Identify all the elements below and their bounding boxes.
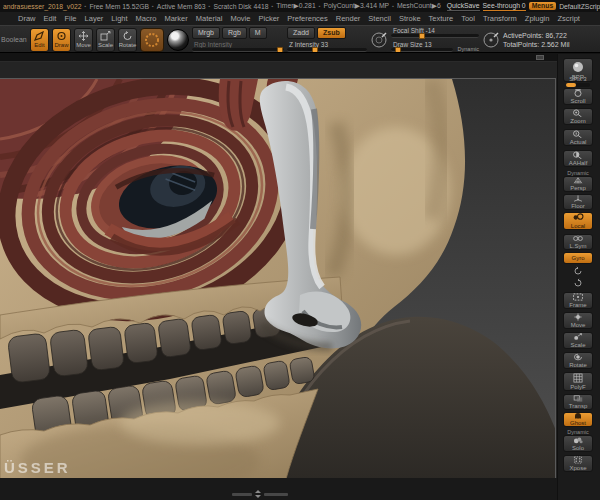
sculpt-canvas[interactable]: ÜSSER <box>0 78 556 478</box>
spix-slider-label[interactable]: SPix 3 <box>558 76 598 82</box>
stat-timer: Timer▶0.281 <box>276 2 315 10</box>
mrgb-button[interactable]: Mrgb <box>192 27 220 39</box>
scroll-hand-icon <box>571 89 585 97</box>
material-sphere[interactable] <box>167 29 189 51</box>
aahalf-button[interactable]: AAHalf <box>563 150 593 167</box>
gyro-axis-icons[interactable] <box>563 266 593 288</box>
move-button[interactable]: Move <box>74 28 93 52</box>
quicksave-button[interactable]: QuickSave <box>447 2 480 11</box>
scroll-button[interactable]: Scroll <box>563 88 593 105</box>
persp-button[interactable]: Persp <box>563 176 593 192</box>
frame-icon <box>571 293 585 301</box>
menu-marker[interactable]: Marker <box>160 14 191 23</box>
default-zscript-button[interactable]: DefaultZScript <box>559 3 600 10</box>
h-scrollbar-right[interactable] <box>264 493 288 496</box>
h-scrollbar-left[interactable] <box>232 493 252 496</box>
document-name: andrasuesser_2018_v022 <box>3 3 82 10</box>
menu-file[interactable]: File <box>60 14 80 23</box>
menu-texture[interactable]: Texture <box>425 14 458 23</box>
transparency-icon <box>571 395 585 402</box>
xpose-dots-icon <box>571 456 585 464</box>
rgb-button[interactable]: Rgb <box>222 27 247 39</box>
rotate-button[interactable]: Rotate <box>118 28 137 52</box>
menu-edit[interactable]: Edit <box>40 14 61 23</box>
menus-toggle-button[interactable]: Menus <box>529 2 557 10</box>
local-pivot-icon <box>571 213 585 222</box>
sculpt-mode-group: Zadd Zsub Z Intensity 33 <box>287 27 367 53</box>
menu-zplugin[interactable]: Zplugin <box>521 14 554 23</box>
menu-material[interactable]: Material <box>192 14 227 23</box>
zadd-button[interactable]: Zadd <box>287 27 315 39</box>
solo-cloud-icon <box>571 436 585 444</box>
edit-button[interactable]: Edit <box>30 28 49 52</box>
menu-zscript[interactable]: Zscript <box>553 14 584 23</box>
lsym-button[interactable]: L.Sym <box>563 234 593 250</box>
frame-button[interactable]: Frame <box>563 292 593 309</box>
polyframe-grid-icon <box>571 373 585 383</box>
brush-settings-group: Focal Shift -14 Draw Size 13 Dynamic <box>391 27 479 53</box>
menu-picker[interactable]: Picker <box>254 14 283 23</box>
floor-axis-icon <box>571 195 585 202</box>
divider-handle[interactable] <box>536 55 544 60</box>
menu-stroke[interactable]: Stroke <box>395 14 425 23</box>
rgb-intensity-slider[interactable]: Rgb Intensity <box>192 41 284 53</box>
right-shelf: BPR SPix 3 Scroll Zoom Actual AAHalf Dyn… <box>557 54 600 500</box>
scale-gizmo-button[interactable]: Scale <box>563 332 593 349</box>
z-intensity-slider[interactable]: Z Intensity 33 <box>287 41 367 53</box>
menu-tool[interactable]: Tool <box>457 14 479 23</box>
brush-size-icon <box>370 31 388 49</box>
zsub-button[interactable]: Zsub <box>317 27 346 39</box>
scale-sphere-icon <box>571 333 585 341</box>
scale-button[interactable]: Scale <box>96 28 115 52</box>
move-icon <box>78 31 89 41</box>
brush-ring-icon <box>144 32 160 48</box>
focal-shift-slider[interactable]: Focal Shift -14 <box>391 27 479 39</box>
rotate-gizmo-button[interactable]: Rotate <box>563 352 593 369</box>
menu-layer[interactable]: Layer <box>81 14 108 23</box>
m-button[interactable]: M <box>249 27 267 39</box>
menu-movie[interactable]: Movie <box>226 14 254 23</box>
menu-draw[interactable]: Draw <box>14 14 40 23</box>
move-gizmo-button[interactable]: Move <box>563 312 593 329</box>
menu-stencil[interactable]: Stencil <box>364 14 395 23</box>
draw-icon <box>56 31 67 41</box>
local-symmetry-icon <box>571 235 585 242</box>
see-through-slider[interactable]: See-through 0 <box>483 2 526 11</box>
perspective-grid-icon <box>571 177 585 184</box>
magnifier-actual-icon <box>571 130 585 138</box>
zoom3d-button[interactable]: Zoom <box>563 108 593 125</box>
rotate-left-icon <box>573 266 583 276</box>
magnifier-plus-icon <box>571 109 585 117</box>
top-shelf: Boolean Edit Draw Move Scale Rotate Mrgb <box>0 25 600 54</box>
stat-active-mem: Active Mem 863 <box>157 3 206 10</box>
shelf-divider <box>0 52 600 62</box>
brush-size-icon-2 <box>482 31 500 49</box>
menu-transform[interactable]: Transform <box>479 14 521 23</box>
scroll-arrows-icon[interactable] <box>253 490 262 498</box>
ghost-button[interactable]: Ghost <box>563 412 593 427</box>
menu-light[interactable]: Light <box>107 14 131 23</box>
rotate-right-icon <box>573 278 583 288</box>
transp-button[interactable]: Transp <box>563 394 593 410</box>
draw-button[interactable]: Draw <box>52 28 71 52</box>
floor-button[interactable]: Floor <box>563 194 593 210</box>
spix-slider[interactable] <box>566 83 590 87</box>
polyf-button[interactable]: PolyF <box>563 372 593 391</box>
gyro-button[interactable]: Gyro <box>563 252 593 264</box>
actual-button[interactable]: Actual <box>563 129 593 146</box>
title-bar: andrasuesser_2018_v022 ▪ Free Mem 15.52G… <box>0 0 600 12</box>
stat-polycount: PolyCount▶3.414 MP <box>323 2 389 10</box>
menu-bar: Draw Edit File Layer Light Macro Marker … <box>0 12 600 25</box>
points-readout: ActivePoints: 86,722 TotalPoints: 2.562 … <box>503 32 570 48</box>
menu-render[interactable]: Render <box>332 14 365 23</box>
live-boolean-button[interactable]: Boolean <box>1 36 27 44</box>
solo-button[interactable]: Solo <box>563 435 593 452</box>
stroke-brush-button[interactable] <box>140 28 164 52</box>
dynamic-draw-size-label[interactable]: Dynamic <box>458 46 479 52</box>
menu-preferences[interactable]: Preferences <box>283 14 331 23</box>
local-button[interactable]: Local <box>563 212 593 230</box>
draw-size-slider[interactable]: Draw Size 13 Dynamic <box>391 41 453 53</box>
menu-macro[interactable]: Macro <box>132 14 161 23</box>
xpose-button[interactable]: Xpose <box>563 455 593 472</box>
ecorche-sculpt[interactable]: ÜSSER <box>0 79 556 478</box>
